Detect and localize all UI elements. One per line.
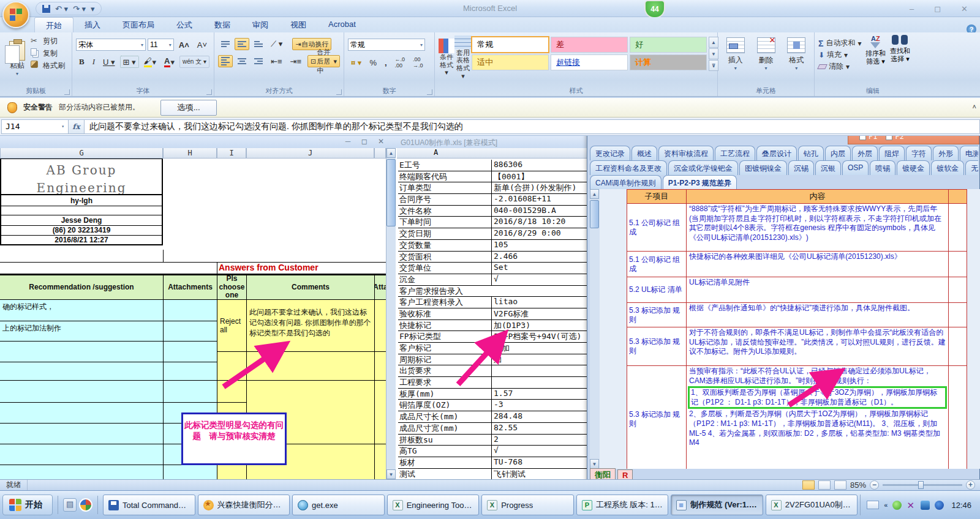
keyboard-tray-icon[interactable] [867,501,879,509]
spec-table-row[interactable]: 5.1 公司标记 组成“8888”或“字符框”为生产周期标记，顾客无特殊要求按W… [627,204,970,252]
spec-tab-更改记录[interactable]: 更改记录 [590,146,630,160]
start-button[interactable]: 开始 [2,495,53,515]
clipboard-dialog-launcher[interactable] [64,89,70,95]
field-value[interactable]: 2016/8/18 10:20 [491,217,587,228]
production-order-title[interactable]: G01UA0制作单.xls [兼容模式] [397,136,588,148]
name-box[interactable]: J14▾ [1,119,69,134]
field-row-下单时间[interactable]: 下单时间2016/8/18 10:20 [398,217,587,228]
spec-table-row[interactable]: 5.2 UL标记 清单UL标记清单见附件 [627,277,970,303]
ribbon-tab-Acrobat[interactable]: Acrobat [317,17,367,32]
font-size-combo[interactable]: 11▾ [148,39,174,51]
tray-expand-icon[interactable]: « [884,501,888,509]
zoom-in-icon[interactable]: + [966,480,975,490]
decrease-decimal-button[interactable]: .00→.0 [410,56,426,69]
cut-button[interactable]: 剪切 [31,35,65,47]
field-row-验收标准[interactable]: 验收标准V2FG标准 [398,308,587,320]
field-row-铜箔厚度(OZ)[interactable]: 铜箔厚度(OZ)-3 [398,400,587,411]
spec-tab-钻孔[interactable]: 钻孔 [798,146,824,160]
column-header-a[interactable]: A [434,148,438,157]
spec-vertical-scrollbar[interactable]: ▲ ▼ [590,189,600,469]
tray-green-icon[interactable] [892,501,902,510]
choose-one-cell[interactable]: Reject all [217,300,246,352]
quicklaunch-pinwheel-icon[interactable] [79,498,92,512]
header-recommendation[interactable]: Recommendation /suggestion [0,274,163,300]
tray-x-icon[interactable]: ✕ [907,501,916,510]
normal-view-icon[interactable] [802,480,815,490]
field-value[interactable]: litao [491,297,587,308]
field-value[interactable]: 新单(合拼)(外发制作) [491,182,587,193]
security-options-button[interactable]: 选项... [160,100,217,116]
align-right-button[interactable] [251,55,266,67]
field-row-终端顾客代码[interactable]: 终端顾客代码【0001】 [398,171,587,183]
left-vertical-scrollbar[interactable]: ▲ ▼ [386,148,396,479]
cell-style-差[interactable]: 差 [551,37,628,53]
spec-tab-工程资料命名及更改[interactable]: 工程资料命名及更改 [590,160,667,175]
spec-tab-叠层设计[interactable]: 叠层设计 [756,146,797,160]
field-value[interactable]: √ [491,274,587,285]
field-value[interactable]: TU-768 [491,457,587,468]
spec-tab-资料审核流程[interactable]: 资料审核流程 [658,146,714,160]
align-bottom-button[interactable] [251,38,266,50]
ribbon-tab-开始[interactable]: 开始 [34,17,74,32]
spec-table-row[interactable]: 5.3 标记添加 规则对于不符合规则的，即条件不满足UL标记，则制作单中会提示“… [627,327,970,366]
decrease-indent-button[interactable]: ⇤≡ [268,55,285,67]
cell-style-计算[interactable]: 计算 [630,54,707,70]
font-color-button[interactable]: A ▾ [161,56,178,68]
field-row-E工号[interactable]: E工号886306 [398,160,587,171]
field-row-板材[interactable]: 板材TU-768 [398,457,587,469]
field-row-交货面积[interactable]: 交货面积2.466 [398,252,587,263]
field-value[interactable]: 82.55 [491,423,587,434]
antivirus-badge[interactable]: 44 [644,0,665,18]
recommendation-row-1[interactable]: 确的标记样式， [0,300,163,321]
taskbar-button-Progress[interactable]: Progress [481,495,574,515]
shrink-font-button[interactable]: A˅ [194,39,210,51]
autosum-button[interactable]: Σ自动求和 ▾ [818,38,861,48]
field-row-订单类型[interactable]: 订单类型新单(合拼)(外发制作) [398,182,587,194]
spec-tab-沉锡[interactable]: 沉锡 [788,160,814,175]
field-row-成品尺寸宽(mm)[interactable]: 成品尺寸宽(mm)82.55 [398,423,587,435]
office-button[interactable] [2,1,29,28]
font-dialog-launcher[interactable] [206,89,212,95]
spec-tab-字符[interactable]: 字符 [906,146,932,160]
increase-indent-button[interactable]: ⇥≡ [287,55,304,67]
window-controls[interactable]: – ◻ ✕ [910,4,974,15]
child-window-controls[interactable]: ─ ◻ ✕ [345,137,388,146]
column-header-j[interactable]: J [246,148,374,159]
format-as-table-button[interactable]: 套用表格格式 ▾ [454,35,472,80]
percent-button[interactable]: % [366,56,380,69]
taskbar-button-get.exe[interactable]: get.exe [292,495,385,515]
page-break-view-icon[interactable] [834,480,846,490]
field-value[interactable]: 2.466 [491,252,587,263]
spec-tab-P1-P2-P3 规范差异[interactable]: P1-P2-P3 规范差异 [663,175,737,190]
field-value[interactable]: 不加 [491,343,587,354]
field-value[interactable]: V2FG标准 [491,308,587,319]
format-painter-button[interactable]: 格式刷 [31,59,65,72]
insert-cells-button[interactable]: 插入▾ [722,35,750,71]
spec-tab-内层[interactable]: 内层 [825,146,851,160]
ribbon-tab-审阅[interactable]: 审阅 [241,17,279,32]
cell-style-适中[interactable]: 适中 [472,54,549,70]
field-value[interactable] [491,286,587,297]
spec-table-row[interactable]: 5.3 标记添加 规则根据《产品制作通知单》的“快捷标记”项进行添加，具体见附件… [627,303,970,327]
spec-tab-沉银[interactable]: 沉银 [815,160,841,175]
field-value[interactable]: 284.48 [491,411,587,422]
eq-date-cell[interactable]: 2016/8/21 12:27 [0,236,163,245]
conditional-formatting-button[interactable]: 条件格式▾ [439,35,454,80]
taskbar-button-2V2FG01UA0制作单....[interactable]: 2V2FG01UA0制作单.... [766,495,858,515]
field-row-客户工程资料录入[interactable]: 客户工程资料录入litao [398,297,587,308]
comma-button[interactable]: , [382,56,390,69]
scroll-thumb[interactable] [386,159,396,226]
paste-button[interactable]: 粘贴▾ [4,35,31,83]
ribbon-tab-数据[interactable]: 数据 [203,17,241,32]
tray-blue-icon[interactable] [921,501,930,510]
header-pls-choose[interactable]: Pls choose one [217,274,246,300]
field-value[interactable]: 105 [491,240,587,251]
column-header-i[interactable]: I [217,148,246,159]
field-value[interactable]: Set [491,263,587,274]
field-row-拼板数su[interactable]: 拼板数su2 [398,435,587,446]
spec-scroll-down-icon[interactable]: ▼ [590,459,599,469]
borders-button[interactable]: ⊞ ▾ [120,56,139,68]
spec-tab-OSP[interactable]: OSP [842,160,869,175]
spec-tab-外层[interactable]: 外层 [852,146,878,160]
spec-tab-镀软金[interactable]: 镀软金 [931,160,964,175]
